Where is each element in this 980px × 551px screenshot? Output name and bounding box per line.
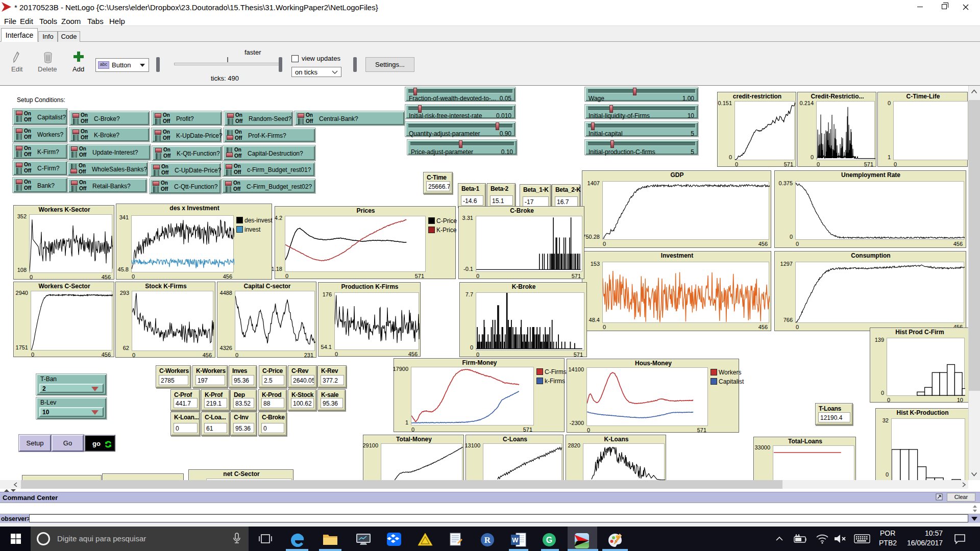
svg-text:W: W — [512, 536, 519, 544]
svg-text:G: G — [546, 536, 552, 544]
svg-text:R: R — [484, 535, 491, 545]
